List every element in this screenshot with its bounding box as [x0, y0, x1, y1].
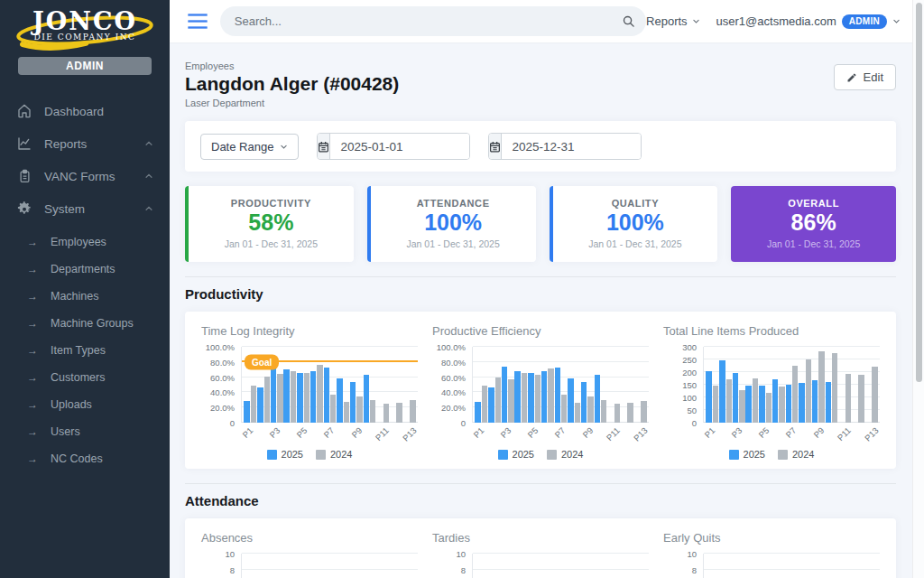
scrollbar-thumb[interactable] — [916, 3, 922, 382]
bar-group — [581, 347, 595, 423]
chart-legend: 20252024 — [663, 449, 880, 460]
y-axis-tick: 20.0% — [210, 403, 235, 413]
stat-card-attendance: ATTENDANCE 100% Jan 01 - Dec 31, 2025 — [367, 186, 536, 262]
bar-2025 — [528, 373, 533, 423]
bar-2025 — [719, 360, 725, 423]
stat-card-overall: OVERALL 86% Jan 01 - Dec 31, 2025 — [731, 186, 896, 262]
x-axis-label: P9 — [349, 425, 364, 440]
search-input[interactable] — [235, 14, 622, 28]
y-axis-tick: 0 — [692, 418, 697, 428]
chart-title: Productive Efficiency — [432, 324, 649, 338]
sidebar-item-reports[interactable]: Reports — [0, 127, 170, 160]
bar-2024 — [356, 396, 362, 423]
calendar-icon — [318, 134, 330, 159]
sidebar-item-label: Dashboard — [44, 105, 104, 118]
y-axis-tick: 60.0% — [210, 372, 235, 382]
y-axis-tick: 0 — [461, 418, 466, 428]
legend-item-2024[interactable]: 2024 — [778, 449, 814, 460]
bar-2025 — [826, 382, 831, 423]
user-menu[interactable]: user1@actsmedia.com ADMIN — [716, 14, 901, 29]
bar-2025 — [257, 387, 263, 423]
legend-item-2025[interactable]: 2025 — [498, 449, 534, 460]
sidebar-subitem-label: Item Types — [51, 344, 106, 357]
bar-group — [706, 347, 719, 423]
bar-2024 — [858, 375, 864, 423]
bar-2025 — [297, 373, 302, 423]
calendar-icon — [489, 134, 502, 159]
x-axis-label: P9 — [811, 425, 826, 440]
y-axis-tick: 60.0% — [441, 372, 466, 382]
sidebar-subitem-machine-groups[interactable]: →Machine Groups — [0, 310, 170, 337]
bar-group — [633, 347, 647, 423]
bar-2025 — [733, 373, 738, 423]
legend-item-2025[interactable]: 2025 — [729, 449, 765, 460]
date-range-label: Date Range — [211, 140, 273, 154]
bar-group — [732, 347, 745, 423]
sidebar-subitem-label: Employees — [51, 236, 106, 248]
stat-label: PRODUCTIVITY — [189, 198, 354, 209]
arrow-right-icon: → — [27, 317, 38, 330]
date-range-dropdown[interactable]: Date Range — [200, 134, 299, 160]
brand-name: JONCO — [0, 9, 170, 34]
bar-2024 — [508, 379, 513, 423]
bar-group — [501, 347, 514, 423]
end-date-group — [488, 133, 642, 160]
bar-2024 — [344, 402, 349, 423]
legend-item-2025[interactable]: 2025 — [267, 449, 303, 460]
bar-2024 — [845, 374, 851, 423]
stat-value: 100% — [553, 210, 718, 236]
bar-group — [594, 347, 607, 423]
x-axis-label: P1 — [471, 425, 485, 440]
bar-2024 — [522, 373, 527, 423]
legend-item-2024[interactable]: 2024 — [547, 449, 583, 460]
end-date-input[interactable] — [502, 134, 642, 159]
stat-label: QUALITY — [553, 198, 718, 209]
stat-card-quality: QUALITY 100% Jan 01 - Dec 31, 2025 — [550, 186, 718, 262]
gear-icon — [16, 200, 32, 217]
sidebar-subitem-customers[interactable]: →Customers — [0, 364, 170, 391]
sidebar-item-dashboard[interactable]: Dashboard — [0, 95, 170, 127]
search-icon[interactable] — [622, 14, 635, 28]
edit-button[interactable]: Edit — [834, 64, 896, 90]
bar-group — [283, 347, 297, 423]
sidebar-subitem-item-types[interactable]: →Item Types — [0, 337, 170, 364]
arrow-right-icon: → — [27, 290, 38, 303]
sidebar-subitem-label: Uploads — [51, 398, 92, 411]
sidebar-subitem-machines[interactable]: →Machines — [0, 283, 170, 310]
sidebar-subitem-label: Customers — [51, 371, 105, 384]
page-title: Langdon Alger (#00428) — [185, 73, 399, 95]
bar-2024 — [575, 403, 580, 423]
bar-group — [402, 347, 416, 423]
sidebar-item-system[interactable]: System — [0, 192, 170, 225]
legend-item-2024[interactable]: 2024 — [316, 449, 352, 460]
start-date-input[interactable] — [330, 134, 470, 159]
sidebar-subitem-employees[interactable]: →Employees — [0, 228, 170, 256]
y-axis-tick: 250 — [682, 355, 697, 365]
bar-2024 — [792, 366, 798, 423]
bar-2024 — [806, 359, 811, 423]
bar-group — [554, 347, 568, 423]
x-axis-label: P3 — [498, 425, 513, 440]
sidebar-system-submenu: →Employees →Departments →Machines →Machi… — [0, 228, 170, 472]
bar-2024 — [614, 404, 620, 423]
reports-dropdown[interactable]: Reports — [646, 14, 700, 28]
hamburger-menu-icon[interactable] — [188, 14, 208, 29]
breadcrumb[interactable]: Employees — [185, 61, 399, 71]
bar-group — [852, 347, 865, 423]
bar-group — [568, 347, 581, 423]
search-box — [220, 6, 646, 36]
chevron-down-icon — [280, 143, 288, 151]
sidebar-item-vanc-forms[interactable]: VANC Forms — [0, 160, 170, 192]
brand-tagline: DIE COMPANY INC — [0, 33, 170, 42]
sidebar-subitem-uploads[interactable]: →Uploads — [0, 391, 170, 418]
bar-group — [337, 347, 350, 423]
sidebar-subitem-departments[interactable]: →Departments — [0, 256, 170, 283]
sidebar-subitem-nc-codes[interactable]: →NC Codes — [0, 445, 170, 472]
bar-group — [785, 347, 799, 423]
sidebar-subitem-users[interactable]: →Users — [0, 418, 170, 445]
bar-2025 — [595, 375, 600, 423]
bar-group — [825, 347, 838, 423]
page-header: Employees Langdon Alger (#00428) Laser D… — [185, 61, 896, 108]
sidebar-subitem-label: Machines — [51, 290, 99, 303]
brand-logo[interactable]: JONCO DIE COMPANY INC — [0, 0, 170, 51]
